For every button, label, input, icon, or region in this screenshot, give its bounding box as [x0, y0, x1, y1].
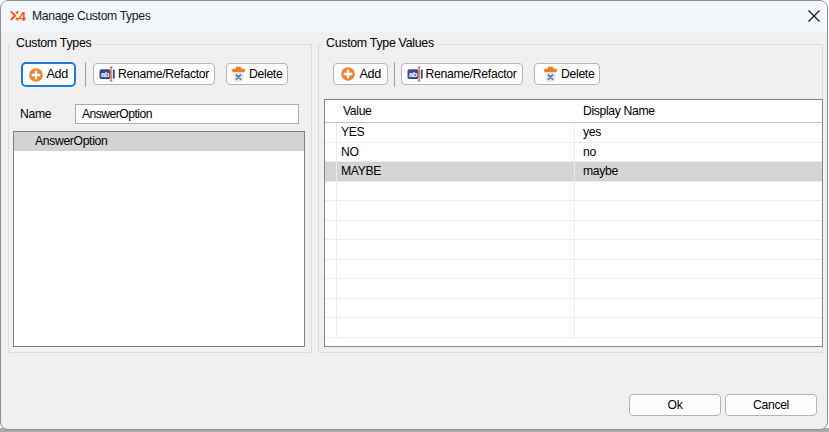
svg-text:ab: ab: [408, 70, 417, 79]
svg-text:ab: ab: [101, 70, 110, 79]
svg-text:4: 4: [19, 11, 27, 22]
